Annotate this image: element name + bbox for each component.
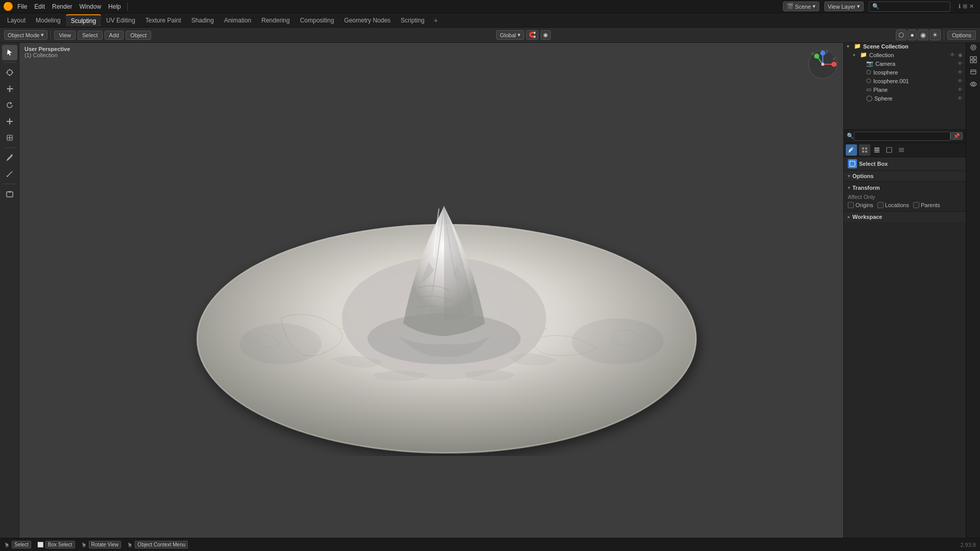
- svg-rect-50: [974, 57, 976, 59]
- object-mode-dropdown[interactable]: Object Mode ▾: [4, 30, 47, 40]
- select-key: Select: [12, 541, 31, 548]
- outliner-camera-item[interactable]: 📷 Camera 👁: [844, 59, 966, 68]
- svg-point-48: [972, 46, 974, 48]
- add-menu[interactable]: Add: [105, 31, 124, 40]
- properties-search[interactable]: [854, 132, 950, 141]
- visibility-icon[interactable]: 👁: [950, 52, 955, 58]
- pin-btn[interactable]: 📌: [950, 132, 963, 140]
- info-icon[interactable]: ℹ: [959, 3, 961, 10]
- outliner-icosphere-item[interactable]: ⬡ Icosphere 👁: [844, 68, 966, 77]
- origins-checkbox[interactable]: [848, 202, 854, 208]
- tab-modeling[interactable]: Modeling: [31, 15, 66, 26]
- tab-animation[interactable]: Animation: [219, 15, 256, 26]
- expand-icon[interactable]: ⊞: [963, 3, 967, 10]
- close-icon[interactable]: ✕: [969, 3, 974, 10]
- add-workspace-button[interactable]: +: [430, 14, 442, 27]
- visibility-icon[interactable]: 👁: [958, 95, 963, 101]
- view-btn-2[interactable]: [871, 144, 883, 156]
- material-preview[interactable]: ◉: [918, 30, 928, 40]
- transform-tool[interactable]: [2, 130, 17, 145]
- locations-label: Locations: [885, 202, 909, 208]
- toolbar-sep-1: [51, 30, 51, 40]
- visibility-icon[interactable]: 👁: [958, 69, 963, 75]
- tab-texture-paint[interactable]: Texture Paint: [140, 15, 186, 26]
- collection-icon: 📁: [854, 43, 861, 49]
- view-menu[interactable]: View: [54, 31, 76, 40]
- outliner-sphere-item[interactable]: ◯ Sphere 👁: [844, 94, 966, 103]
- rendered-shading[interactable]: ☀: [929, 30, 941, 40]
- view-mode-buttons: [859, 144, 907, 156]
- visibility-icon[interactable]: 👁: [958, 61, 963, 66]
- arrow-down-icon: ▾: [848, 185, 850, 190]
- workspace-label: Workspace: [852, 214, 883, 220]
- visibility-icon[interactable]: 👁: [958, 78, 963, 84]
- menu-edit[interactable]: Edit: [31, 2, 48, 11]
- visibility-icon[interactable]: 👁: [958, 87, 963, 92]
- svg-point-18: [240, 323, 322, 364]
- workspace-section-header[interactable]: ▸ Workspace: [844, 211, 966, 222]
- view-layer-selector[interactable]: View Layer ▾: [824, 2, 864, 11]
- global-search[interactable]: 🔍: [869, 2, 950, 12]
- main-viewport[interactable]: User Perspective (1) Collection: [19, 43, 874, 538]
- camera-icon: 📷: [866, 60, 873, 67]
- svg-rect-60: [865, 151, 867, 153]
- box-select-key: Box Select: [45, 541, 75, 548]
- select-box-header[interactable]: Select Box: [844, 157, 966, 170]
- move-tool[interactable]: [2, 81, 17, 96]
- item-panel-btn[interactable]: [968, 66, 979, 78]
- tab-layout[interactable]: Layout: [2, 15, 31, 26]
- navigation-gizmo[interactable]: X Y Z: [807, 49, 838, 80]
- menu-render[interactable]: Render: [49, 2, 75, 11]
- scale-tool[interactable]: [2, 114, 17, 129]
- transform-global[interactable]: Global ▾: [496, 30, 524, 40]
- options-section-header[interactable]: ▾ Options: [844, 171, 966, 182]
- transform-header[interactable]: ▾ Transform: [848, 185, 962, 191]
- options-button[interactable]: Options: [947, 31, 976, 40]
- render-visibility-icon[interactable]: ◉: [958, 52, 963, 58]
- mesh-container: [19, 43, 874, 538]
- view-btn-3[interactable]: [884, 144, 895, 156]
- view-btn-1[interactable]: [859, 144, 870, 156]
- cursor-tool[interactable]: [2, 65, 17, 80]
- proportional-edit[interactable]: ◉: [541, 30, 551, 40]
- tab-rendering[interactable]: Rendering: [256, 15, 295, 26]
- outliner-plane-item[interactable]: ▭ Plane 👁: [844, 85, 966, 94]
- add-object-tool[interactable]: [2, 186, 17, 202]
- arrow-right-icon: ▸: [848, 214, 850, 219]
- menu-help[interactable]: Help: [105, 2, 124, 11]
- wireframe-toggle[interactable]: ⬡: [896, 30, 906, 40]
- tab-geometry-nodes[interactable]: Geometry Nodes: [339, 15, 396, 26]
- menu-file[interactable]: File: [14, 2, 30, 11]
- snap-toggle[interactable]: 🧲: [526, 30, 538, 40]
- tab-shading[interactable]: Shading: [186, 15, 219, 26]
- tab-compositing[interactable]: Compositing: [295, 15, 339, 26]
- svg-text:X: X: [832, 57, 836, 61]
- measure-tool[interactable]: [2, 166, 17, 182]
- outliner-icosphere001-item[interactable]: ⬡ Icosphere.001 👁: [844, 77, 966, 85]
- transform-checkboxes: Origins Locations Parents: [848, 202, 962, 208]
- active-tool-props[interactable]: [846, 144, 857, 156]
- svg-rect-62: [874, 149, 879, 151]
- svg-rect-57: [862, 147, 864, 149]
- select-tool[interactable]: [2, 45, 17, 60]
- tab-scripting[interactable]: Scripting: [396, 15, 430, 26]
- toolshelf-btn[interactable]: [968, 54, 979, 65]
- object-menu[interactable]: Object: [126, 31, 151, 40]
- menu-window[interactable]: Window: [76, 2, 104, 11]
- outliner-collection-item[interactable]: ▾ 📁 Collection 👁 ◉: [844, 51, 966, 59]
- tab-sculpting[interactable]: Sculpting: [66, 14, 101, 27]
- view-panel-btn[interactable]: [968, 79, 979, 90]
- locations-checkbox[interactable]: [877, 202, 884, 208]
- properties-panel-btn[interactable]: [968, 42, 979, 53]
- left-toolbar: [0, 43, 19, 538]
- outliner-scene-collection[interactable]: ▾ 📁 Scene Collection: [844, 42, 966, 51]
- tab-uv-editing[interactable]: UV Editing: [101, 15, 140, 26]
- annotate-tool[interactable]: [2, 150, 17, 165]
- select-menu[interactable]: Select: [78, 31, 103, 40]
- rotate-tool[interactable]: [2, 97, 17, 113]
- parents-checkbox[interactable]: [913, 202, 919, 208]
- view-btn-4[interactable]: [896, 144, 907, 156]
- scene-selector[interactable]: 🎬 Scene ▾: [783, 2, 819, 11]
- options-label: Options: [852, 173, 874, 179]
- solid-shading[interactable]: ●: [908, 30, 917, 40]
